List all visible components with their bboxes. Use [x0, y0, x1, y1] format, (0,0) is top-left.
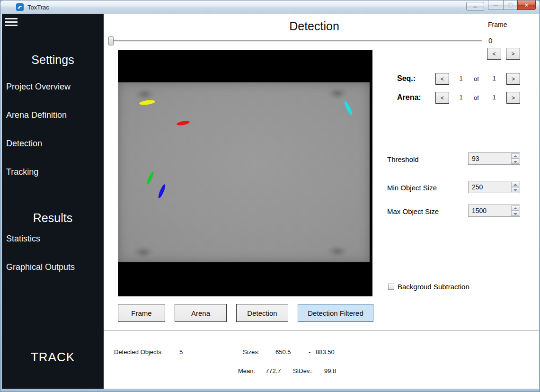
- arena-corner-mark: [134, 88, 156, 101]
- client-area: Settings Project Overview Arena Definiti…: [2, 14, 539, 389]
- max-object-size-label: Max Object Size: [387, 207, 439, 215]
- seq-label: Seq.:: [397, 74, 416, 83]
- arena-next-button[interactable]: >: [506, 92, 520, 104]
- view-button-detection-filtered[interactable]: Detection Filtered: [298, 304, 373, 322]
- arena-corner-mark: [133, 246, 154, 259]
- max-object-size-spin-up[interactable]: [511, 205, 519, 211]
- sidebar-item-project-overview[interactable]: Project Overview: [6, 82, 71, 92]
- min-object-size-spin-down[interactable]: [511, 187, 519, 192]
- frame-label: Frame: [488, 21, 507, 28]
- threshold-spin-up[interactable]: [511, 153, 519, 159]
- threshold-label: Threshold: [387, 155, 419, 163]
- sidebar-heading-settings: Settings: [2, 53, 104, 67]
- arena-image: [118, 82, 370, 262]
- size-min-value: 650.5: [275, 348, 291, 356]
- size-max-value: 883.50: [316, 348, 335, 356]
- maximize-button: ▢: [503, 0, 518, 10]
- max-object-size-value: 1500: [472, 205, 487, 216]
- min-object-size-input[interactable]: 250: [468, 181, 520, 193]
- title-bar: ToxTrac ⇔ — ▢ ✕: [0, 0, 540, 14]
- arena-current: 1: [456, 94, 466, 101]
- track-button[interactable]: TRACK: [2, 350, 104, 365]
- frame-slider-handle[interactable]: [108, 36, 114, 45]
- view-button-detection[interactable]: Detection: [236, 304, 288, 322]
- sidebar-item-statistics[interactable]: Statistics: [6, 234, 40, 244]
- app-window: ToxTrac ⇔ — ▢ ✕ Settings Project Overvie…: [0, 0, 540, 392]
- minimize-button[interactable]: —: [488, 0, 504, 10]
- resize-button[interactable]: ⇔: [466, 2, 484, 11]
- frame-slider-track[interactable]: [108, 40, 482, 41]
- page-title: Detection: [104, 19, 525, 33]
- seq-of: of: [474, 75, 479, 82]
- stdev-value: 99.8: [324, 367, 336, 374]
- close-button[interactable]: ✕: [517, 0, 536, 10]
- background-subtraction-checkbox[interactable]: [388, 284, 394, 290]
- sidebar-item-tracking[interactable]: Tracking: [6, 167, 38, 177]
- video-frame: [118, 50, 372, 296]
- arena-corner-mark: [327, 245, 348, 258]
- view-button-arena[interactable]: Arena: [175, 304, 227, 322]
- background-subtraction-label: Backgroud Subtraction: [398, 283, 469, 291]
- seq-current: 1: [456, 75, 466, 82]
- threshold-spin-down[interactable]: [511, 159, 519, 164]
- view-button-frame[interactable]: Frame: [118, 304, 165, 322]
- arena-label: Arena:: [397, 93, 421, 102]
- arena-total: 1: [489, 94, 499, 101]
- arena-prev-button[interactable]: <: [435, 92, 449, 104]
- mean-label: Mean:: [238, 367, 255, 374]
- toxtrac-app-icon: [16, 3, 24, 11]
- min-object-size-label: Min Object Size: [387, 184, 437, 192]
- detected-objects-value: 5: [179, 348, 183, 356]
- frame-next-button[interactable]: >: [506, 48, 520, 60]
- max-object-size-input[interactable]: 1500: [468, 205, 520, 217]
- min-object-size-value: 250: [472, 181, 483, 193]
- sidebar-item-arena-definition[interactable]: Arena Definition: [6, 110, 67, 120]
- mean-value: 772.7: [266, 367, 281, 374]
- sidebar-item-graphical-outputs[interactable]: Graphical Outputs: [6, 262, 75, 272]
- threshold-value: 93: [472, 153, 479, 164]
- seq-next-button[interactable]: >: [506, 73, 520, 85]
- seq-total: 1: [489, 75, 499, 82]
- threshold-input[interactable]: 93: [468, 152, 520, 165]
- status-divider: [104, 330, 539, 331]
- arena-corner-mark: [327, 87, 348, 100]
- detected-objects-label: Detected Objects:: [114, 348, 163, 356]
- frame-number-value: 0: [488, 36, 492, 45]
- hamburger-menu-icon[interactable]: [5, 16, 18, 27]
- size-separator: -: [309, 348, 310, 356]
- sidebar-item-detection[interactable]: Detection: [6, 139, 42, 149]
- stdev-label: StDev.:: [293, 367, 313, 374]
- seq-prev-button[interactable]: <: [435, 73, 449, 85]
- arena-of: of: [474, 94, 479, 101]
- frame-prev-button[interactable]: <: [487, 48, 501, 60]
- min-object-size-spin-up[interactable]: [511, 182, 519, 187]
- sizes-label: Sizes:: [243, 348, 259, 356]
- sidebar-heading-results: Results: [2, 211, 104, 225]
- max-object-size-spin-down[interactable]: [511, 211, 519, 216]
- sidebar: Settings Project Overview Arena Definiti…: [2, 14, 104, 389]
- window-title: ToxTrac: [27, 4, 49, 11]
